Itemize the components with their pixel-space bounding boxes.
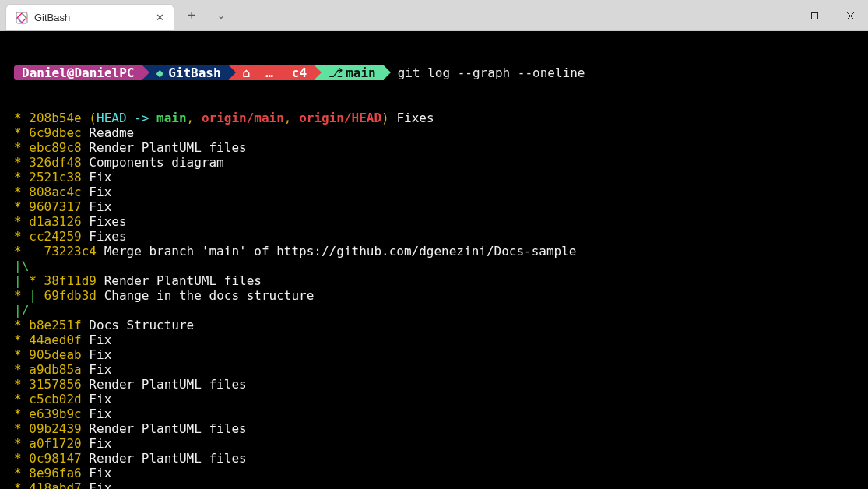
log-line: * 2521c38 Fix: [14, 170, 868, 185]
log-line: * 6c9dbec Readme: [14, 125, 868, 140]
commit-hash: b8e251f: [29, 318, 81, 332]
commit-hash: a0f1720: [29, 436, 81, 451]
commit-hash: 808ac4c: [29, 185, 81, 199]
commit-message: Fix: [89, 362, 111, 377]
commit-hash: 44aed0f: [29, 332, 81, 347]
tab-dropdown-button[interactable]: ⌄: [208, 2, 234, 29]
commit-message: Fixes: [396, 111, 434, 125]
branch-icon: ⎇: [329, 65, 343, 80]
commit-hash: cc24259: [29, 229, 81, 244]
log-line: * d1a3126 Fixes: [14, 214, 868, 229]
prompt-branch: ⎇main: [315, 65, 384, 80]
commit-hash: 69fdb3d: [44, 288, 97, 303]
commit-hash: 326df48: [29, 155, 81, 170]
commit-message: Fix: [89, 436, 111, 451]
log-line: * 9607317 Fix: [14, 199, 868, 214]
diamond-icon: ◆: [156, 65, 164, 80]
prompt: Daniel@DanielPC ◆GitBash ⌂ … c4 ⎇main gi…: [14, 65, 868, 80]
log-line: * | 69fdb3d Change in the docs structure: [14, 288, 868, 303]
commit-message: Fixes: [89, 229, 126, 244]
commit-hash: ebc89c8: [29, 140, 81, 155]
commit-hash: 8e96fa6: [29, 466, 81, 480]
commit-hash: 09b2439: [29, 421, 81, 436]
log-line: |/: [14, 303, 868, 318]
commit-message: Docs Structure: [89, 318, 194, 332]
gitbash-icon: [16, 12, 28, 24]
commit-message: Render PlantUML files: [89, 140, 246, 155]
minimize-button[interactable]: [761, 0, 796, 31]
svg-rect-2: [811, 12, 817, 19]
commit-hash: 6c9dbec: [29, 125, 81, 140]
commit-hash: c5cb02d: [29, 392, 81, 406]
log-line: * 418abd7 Fix: [14, 480, 868, 489]
commit-message: Render PlantUML files: [89, 377, 246, 392]
commit-hash: e639b9c: [29, 406, 81, 421]
commit-message: Fix: [89, 466, 111, 480]
log-line: * 09b2439 Render PlantUML files: [14, 421, 868, 436]
log-line: | * 38f11d9 Render PlantUML files: [14, 273, 868, 288]
commit-message: Render PlantUML files: [89, 421, 246, 436]
log-line: * c5cb02d Fix: [14, 392, 868, 406]
log-line: * cc24259 Fixes: [14, 229, 868, 244]
tab-title: GitBash: [34, 12, 147, 23]
commit-message: Render PlantUML files: [89, 451, 246, 466]
commit-message: Merge branch 'main' of https://github.co…: [104, 244, 577, 259]
log-line: * e639b9c Fix: [14, 406, 868, 421]
commit-message: Fix: [89, 170, 111, 185]
commit-hash: 3157856: [29, 377, 81, 392]
commit-message: Fix: [89, 480, 111, 489]
log-line: * 808ac4c Fix: [14, 185, 868, 199]
commit-message: Fix: [89, 199, 111, 214]
commit-message: Fixes: [89, 214, 126, 229]
log-line: * 73223c4 Merge branch 'main' of https:/…: [14, 244, 868, 259]
commit-message: Render PlantUML files: [104, 273, 262, 288]
commit-hash: 2521c38: [29, 170, 81, 185]
window-controls: [761, 0, 868, 30]
titlebar: GitBash ✕ ＋ ⌄: [0, 0, 868, 31]
commit-hash: d1a3126: [29, 214, 81, 229]
log-line: * 44aed0f Fix: [14, 332, 868, 347]
svg-rect-0: [16, 12, 27, 23]
commit-hash: 0c98147: [29, 451, 81, 466]
command-input: git log --graph --oneline: [398, 65, 585, 80]
prompt-user-host: Daniel@DanielPC: [14, 65, 142, 80]
prompt-app: ◆GitBash: [142, 65, 229, 80]
commit-message: Fix: [89, 332, 111, 347]
commit-message: Change in the docs structure: [104, 288, 315, 303]
log-line: * b8e251f Docs Structure: [14, 318, 868, 332]
commit-hash: 208b54e: [29, 111, 81, 125]
commit-message: Readme: [89, 125, 134, 140]
commit-message: Fix: [89, 392, 111, 406]
terminal[interactable]: Daniel@DanielPC ◆GitBash ⌂ … c4 ⎇main gi…: [0, 31, 868, 489]
prompt-branch-name: main: [346, 65, 376, 80]
commit-hash: 73223c4: [44, 244, 97, 259]
log-line: * 0c98147 Render PlantUML files: [14, 451, 868, 466]
tab-close-button[interactable]: ✕: [153, 12, 166, 24]
commit-hash: 9607317: [29, 199, 81, 214]
log-line: * a9db85a Fix: [14, 362, 868, 377]
log-line: * 208b54e (HEAD -> main, origin/main, or…: [14, 111, 868, 125]
commit-message: Fix: [89, 347, 111, 362]
commit-message: Fix: [89, 406, 111, 421]
log-line: * 326df48 Components diagram: [14, 155, 868, 170]
log-line: |\: [14, 259, 868, 273]
commit-message: Components diagram: [89, 155, 223, 170]
commit-hash: 905deab: [29, 347, 81, 362]
new-tab-button[interactable]: ＋: [178, 2, 205, 29]
log-line: * a0f1720 Fix: [14, 436, 868, 451]
commit-hash: a9db85a: [29, 362, 81, 377]
log-line: * 905deab Fix: [14, 347, 868, 362]
commit-message: Fix: [89, 185, 111, 199]
close-window-button[interactable]: [832, 0, 868, 31]
log-line: * 8e96fa6 Fix: [14, 466, 868, 480]
tab-gitbash[interactable]: GitBash ✕: [6, 5, 174, 30]
commit-hash: 38f11d9: [44, 273, 97, 288]
maximize-button[interactable]: [796, 0, 832, 31]
log-line: * 3157856 Render PlantUML files: [14, 377, 868, 392]
tab-actions: ＋ ⌄: [174, 0, 234, 30]
prompt-app-label: GitBash: [168, 65, 220, 80]
commit-hash: 418abd7: [29, 480, 81, 489]
log-line: * ebc89c8 Render PlantUML files: [14, 140, 868, 155]
git-log-output: * 208b54e (HEAD -> main, origin/main, or…: [14, 111, 868, 489]
